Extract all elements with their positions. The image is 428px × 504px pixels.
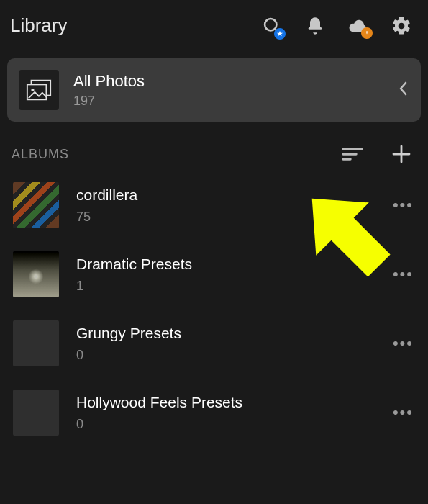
all-photos-title: All Photos (73, 72, 383, 91)
svg-rect-3 (366, 34, 367, 35)
album-row[interactable]: Dramatic Presets1••• (9, 240, 419, 309)
album-more-button[interactable]: ••• (393, 265, 415, 284)
album-thumb (13, 320, 59, 366)
bell-icon (305, 16, 325, 36)
album-thumb (13, 251, 59, 297)
cloud-sync-button[interactable] (347, 15, 369, 37)
add-album-button[interactable] (391, 143, 412, 165)
album-name: Grungy Presets (76, 325, 375, 342)
album-row[interactable]: Hollywood Feels Presets0••• (9, 378, 419, 447)
album-count: 75 (76, 210, 375, 225)
album-more-button[interactable]: ••• (393, 196, 415, 215)
album-name: Dramatic Presets (76, 256, 375, 273)
album-count: 0 (76, 417, 375, 432)
album-count: 1 (76, 279, 375, 294)
app-header: Library (0, 0, 428, 50)
all-photos-thumb (19, 70, 59, 110)
svg-rect-2 (366, 31, 367, 34)
album-name: Hollywood Feels Presets (76, 394, 375, 411)
albums-label: ALBUMS (12, 147, 69, 162)
album-more-button[interactable]: ••• (393, 403, 415, 422)
album-row[interactable]: Grungy Presets0••• (9, 309, 419, 378)
album-meta: Hollywood Feels Presets0 (76, 394, 375, 432)
album-meta: cordillera75 (76, 186, 375, 225)
albums-section-header: ALBUMS (0, 122, 428, 171)
search-button[interactable] (261, 15, 283, 37)
photos-icon (25, 78, 53, 102)
album-name: cordillera (76, 186, 375, 204)
album-more-button[interactable]: ••• (393, 334, 415, 353)
chevron-left-icon (398, 80, 409, 100)
all-photos-card[interactable]: All Photos 197 (7, 58, 421, 122)
notifications-button[interactable] (304, 15, 326, 37)
album-meta: Dramatic Presets1 (76, 256, 375, 294)
album-meta: Grungy Presets0 (76, 325, 375, 363)
cloud-warning-badge (361, 27, 373, 39)
album-count: 0 (76, 348, 375, 363)
sort-button[interactable] (342, 143, 363, 165)
plus-icon (392, 145, 411, 163)
gear-icon (391, 15, 412, 37)
header-actions (261, 15, 418, 37)
svg-point-0 (265, 19, 276, 30)
page-title: Library (10, 14, 67, 37)
album-row[interactable]: cordillera75••• (9, 171, 419, 240)
search-badge (274, 28, 286, 40)
albums-actions (342, 143, 416, 165)
svg-point-6 (31, 89, 34, 91)
album-thumb (13, 390, 59, 436)
all-photos-meta: All Photos 197 (73, 72, 383, 109)
album-thumb (13, 182, 59, 228)
sort-icon (342, 146, 363, 162)
album-list: cordillera75•••Dramatic Presets1•••Grung… (0, 171, 428, 447)
all-photos-count: 197 (73, 94, 383, 109)
settings-button[interactable] (391, 15, 412, 37)
